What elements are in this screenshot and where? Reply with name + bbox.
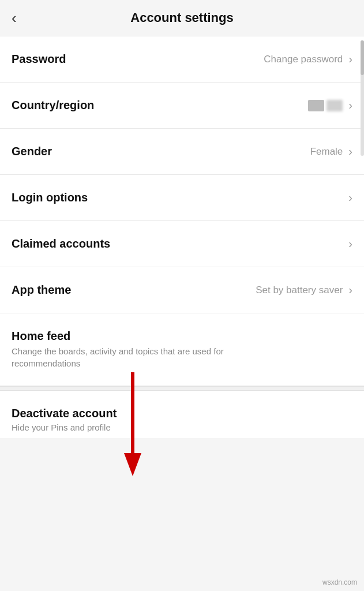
settings-item-gender[interactable]: Gender Female › bbox=[0, 129, 364, 175]
back-button[interactable]: ‹ bbox=[12, 9, 17, 27]
settings-item-deactivate[interactable]: Deactivate account Hide your Pins and pr… bbox=[0, 391, 364, 438]
item-label-claimed-accounts: Claimed accounts bbox=[12, 237, 348, 250]
scrollbar[interactable] bbox=[361, 40, 364, 156]
section-divider bbox=[0, 386, 364, 391]
item-value-app-theme: Set by battery saver bbox=[256, 285, 343, 296]
item-value-password: Change password bbox=[264, 54, 343, 65]
item-label-country: Country/region bbox=[12, 99, 308, 112]
deactivate-sublabel: Hide your Pins and profile bbox=[12, 422, 352, 432]
chevron-icon-country: › bbox=[348, 99, 352, 112]
item-label-home-feed: Home feed bbox=[12, 330, 352, 343]
item-label-gender: Gender bbox=[12, 145, 310, 158]
watermark: wsxdn.com bbox=[322, 578, 357, 586]
header: ‹ Account settings bbox=[0, 0, 364, 36]
item-label-password: Password bbox=[12, 53, 264, 66]
page-title: Account settings bbox=[12, 10, 352, 25]
item-label-login-options: Login options bbox=[12, 191, 348, 204]
chevron-icon-password: › bbox=[348, 53, 352, 66]
settings-item-app-theme[interactable]: App theme Set by battery saver › bbox=[0, 267, 364, 313]
flag-block-blurred bbox=[327, 100, 343, 111]
settings-item-password[interactable]: Password Change password › bbox=[0, 36, 364, 83]
chevron-icon-gender: › bbox=[348, 145, 352, 158]
chevron-icon-claimed-accounts: › bbox=[348, 237, 352, 250]
chevron-icon-login-options: › bbox=[348, 191, 352, 204]
item-value-gender: Female bbox=[310, 146, 343, 158]
settings-list: Password Change password › Country/regio… bbox=[0, 36, 364, 438]
chevron-icon-app-theme: › bbox=[348, 283, 352, 297]
item-label-app-theme: App theme bbox=[12, 283, 256, 297]
deactivate-label: Deactivate account bbox=[12, 407, 352, 420]
settings-item-claimed-accounts[interactable]: Claimed accounts › bbox=[0, 221, 364, 267]
settings-item-login-options[interactable]: Login options › bbox=[0, 175, 364, 221]
settings-item-home-feed[interactable]: Home feed Change the boards, activity an… bbox=[0, 313, 364, 386]
flag-container bbox=[308, 100, 343, 111]
item-sublabel-home-feed: Change the boards, activity and topics t… bbox=[12, 345, 231, 369]
svg-marker-1 bbox=[124, 453, 141, 476]
scrollbar-thumb[interactable] bbox=[361, 40, 364, 75]
settings-item-country[interactable]: Country/region › bbox=[0, 83, 364, 129]
flag-block-solid bbox=[308, 100, 324, 111]
